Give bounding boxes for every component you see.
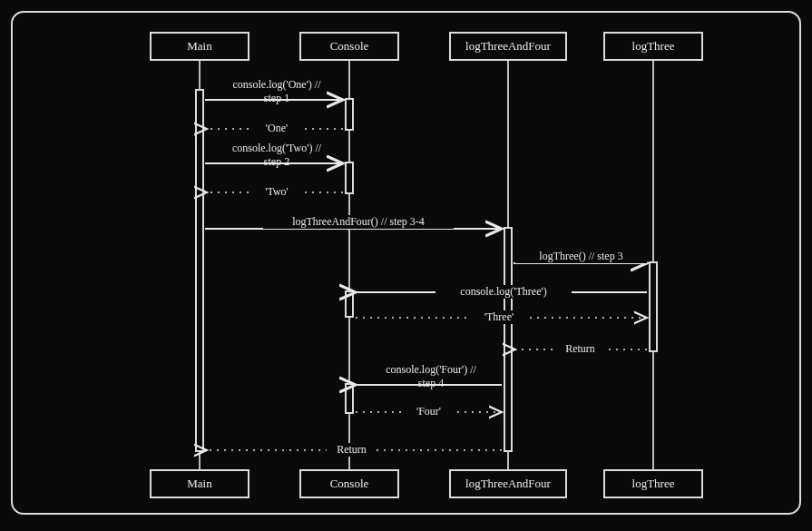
participant-logthreeandfour-top: logThreeAndFour: [449, 32, 567, 61]
msg-log-two: console.log('Two') // step 2: [218, 142, 336, 169]
participant-logthreeandfour-bottom: logThreeAndFour: [449, 469, 567, 498]
label: logThree: [632, 39, 675, 54]
label: Main: [187, 477, 211, 491]
return-logthree: Return: [555, 342, 605, 356]
msg-log-one: console.log('One') // step 1: [218, 78, 336, 105]
activation-console-2: [345, 162, 354, 194]
label: Main: [187, 39, 211, 54]
participant-console-bottom: Console: [299, 469, 399, 498]
msg-logthree: logThree() // step 3: [515, 250, 647, 263]
activation-main: [195, 89, 204, 452]
return-main: Return: [327, 443, 377, 457]
msg-log-three: console.log('Three'): [435, 285, 572, 299]
participant-logthree-top: logThree: [603, 32, 703, 61]
msg-logthreeandfour: logThreeAndFour() // step 3-4: [263, 215, 454, 229]
participant-main-top: Main: [150, 32, 249, 61]
activation-logthreeandfour: [504, 227, 513, 452]
activation-logthree: [649, 261, 658, 352]
return-four: 'Four': [404, 405, 454, 418]
return-two: 'Two': [249, 185, 304, 199]
participant-main-bottom: Main: [150, 469, 249, 498]
label: logThreeAndFour: [465, 39, 551, 54]
return-one: 'One': [249, 122, 304, 135]
label: logThree: [632, 477, 675, 491]
activation-console-1: [345, 98, 354, 131]
label: Console: [330, 39, 369, 54]
activation-console-4: [345, 383, 354, 414]
label: logThreeAndFour: [465, 477, 551, 491]
label: Console: [330, 477, 369, 491]
activation-console-3: [345, 290, 354, 318]
participant-console-top: Console: [299, 32, 399, 61]
participant-logthree-bottom: logThree: [603, 469, 703, 498]
return-three: 'Three': [472, 310, 526, 324]
msg-log-four: console.log('Four') // step 4: [363, 363, 499, 390]
diagram-frame: [11, 11, 801, 515]
